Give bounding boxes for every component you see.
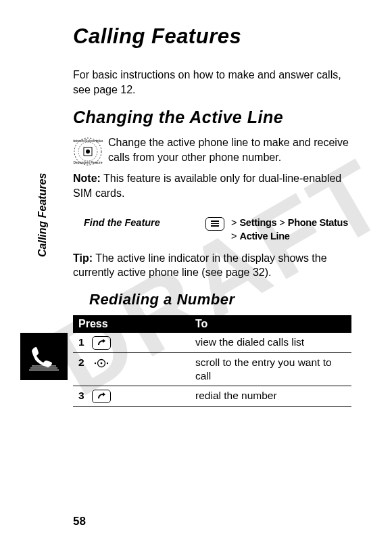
menu-breadcrumb: > Settings > Phone Status > Active Line [231, 217, 348, 241]
change-line-paragraph: Change the active phone line to make and… [73, 135, 351, 164]
crumb-prefix-1: > [231, 217, 240, 228]
find-the-feature-label: Find the Feature [84, 217, 199, 228]
send-key-icon [92, 390, 111, 403]
crumb-phone-status: Phone Status [288, 217, 348, 228]
tip-paragraph: Tip: The active line indicator in the di… [73, 251, 351, 280]
crumb-sep-1: > [276, 217, 288, 228]
redial-steps-table: Press To 1 view the dialed calls list [73, 315, 351, 407]
crumb-prefix-2: > [231, 231, 240, 241]
table-row: 2 scroll to the entry you want to call [73, 352, 351, 386]
crumb-active-line: Active Line [240, 231, 290, 241]
section-changing-active-line: Changing the Active Line [73, 108, 351, 127]
page-title: Calling Features [73, 24, 351, 49]
nav-key-icon [92, 356, 111, 371]
svg-text:Network/Subscription: Network/Subscription [73, 139, 103, 143]
find-the-feature-row: Find the Feature > Settings > Phone Stat… [84, 217, 351, 241]
menu-key-icon [205, 217, 224, 231]
svg-point-8 [95, 362, 96, 363]
step-number: 2 [78, 356, 89, 369]
crumb-settings: Settings [240, 217, 277, 228]
col-header-to: To [190, 315, 351, 333]
note-label: Note: [73, 172, 101, 184]
step-number: 3 [78, 389, 89, 402]
step-description: scroll to the entry you want to call [190, 352, 351, 386]
chapter-tab-label: Calling Features [36, 173, 49, 257]
svg-point-5 [86, 149, 90, 154]
section-redialing-number: Redialing a Number [89, 291, 351, 308]
phone-tab-icon [20, 333, 68, 380]
col-header-press: Press [73, 315, 190, 333]
send-key-icon [92, 336, 111, 350]
svg-point-9 [107, 362, 108, 363]
step-description: view the dialed calls list [190, 333, 351, 352]
note-paragraph: Note: This feature is available only for… [73, 171, 351, 200]
note-text: This feature is available only for dual-… [73, 172, 341, 199]
network-subscription-icon: Network/Subscription Dependent Feature [73, 137, 103, 169]
intro-paragraph: For basic instructions on how to make an… [73, 68, 351, 97]
page-number: 58 [73, 515, 86, 528]
step-description: redial the number [190, 386, 351, 406]
svg-point-7 [101, 362, 103, 364]
tip-text: The active line indicator in the display… [73, 252, 327, 279]
table-row: 1 view the dialed calls list [73, 333, 351, 352]
table-row: 3 redial the number [73, 386, 351, 406]
svg-text:Dependent Feature: Dependent Feature [73, 160, 102, 164]
tip-label: Tip: [73, 252, 93, 264]
step-number: 1 [78, 336, 89, 349]
